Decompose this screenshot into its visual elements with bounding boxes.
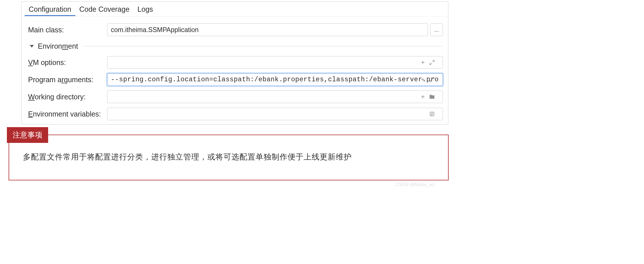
tab-bar: Configuration Code Coverage Logs — [22, 2, 448, 17]
row-main-class: Main class: ... — [27, 22, 443, 38]
row-working-directory: Working directory: — [27, 89, 443, 105]
label-environment-variables: Environment variables: — [27, 110, 107, 118]
environment-section-header[interactable]: Environment — [27, 39, 443, 53]
plus-icon[interactable] — [420, 77, 426, 82]
environment-label: Environment — [38, 42, 78, 50]
input-working-directory[interactable] — [107, 90, 443, 103]
row-program-arguments: Program arguments: — [27, 72, 443, 88]
svg-line-7 — [430, 80, 432, 82]
label-main-class: Main class: — [27, 26, 107, 34]
plus-icon[interactable] — [420, 94, 426, 100]
plus-icon[interactable] — [420, 60, 426, 65]
note-badge: 注意事项 — [7, 127, 48, 143]
label-working-directory: Working directory: — [27, 93, 107, 101]
note-callout: 注意事项 多配置文件常用于将配置进行分类，进行独立管理，或将可选配置单独制作便于… — [9, 135, 449, 180]
note-text: 多配置文件常用于将配置进行分类，进行独立管理，或将可选配置单独制作便于上线更新维… — [9, 135, 448, 162]
tab-code-coverage[interactable]: Code Coverage — [75, 2, 133, 16]
tab-logs[interactable]: Logs — [133, 2, 157, 16]
configuration-form: Main class: ... Environment VM options: … — [22, 17, 448, 122]
folder-icon[interactable] — [429, 94, 435, 100]
chevron-down-icon — [30, 45, 34, 48]
expand-icon[interactable] — [429, 77, 435, 82]
input-main-class[interactable] — [107, 23, 428, 36]
input-environment-variables[interactable] — [107, 108, 443, 120]
input-vm-options[interactable] — [107, 56, 443, 69]
list-icon[interactable] — [429, 111, 435, 117]
expand-icon[interactable] — [429, 60, 435, 65]
tab-configuration[interactable]: Configuration — [25, 2, 75, 16]
svg-line-3 — [430, 63, 432, 65]
watermark: CSDN @Maloy_wz — [396, 182, 435, 187]
label-program-arguments: Program arguments: — [27, 76, 107, 84]
svg-line-2 — [433, 60, 434, 62]
row-vm-options: VM options: — [27, 54, 443, 70]
input-program-arguments[interactable] — [107, 73, 443, 86]
divider — [84, 46, 443, 46]
browse-main-class-button[interactable]: ... — [430, 23, 443, 36]
run-configuration-panel: Configuration Code Coverage Logs Main cl… — [21, 1, 448, 125]
label-vm-options: VM options: — [27, 58, 107, 67]
svg-line-6 — [433, 78, 434, 79]
row-environment-variables: Environment variables: — [27, 106, 443, 122]
